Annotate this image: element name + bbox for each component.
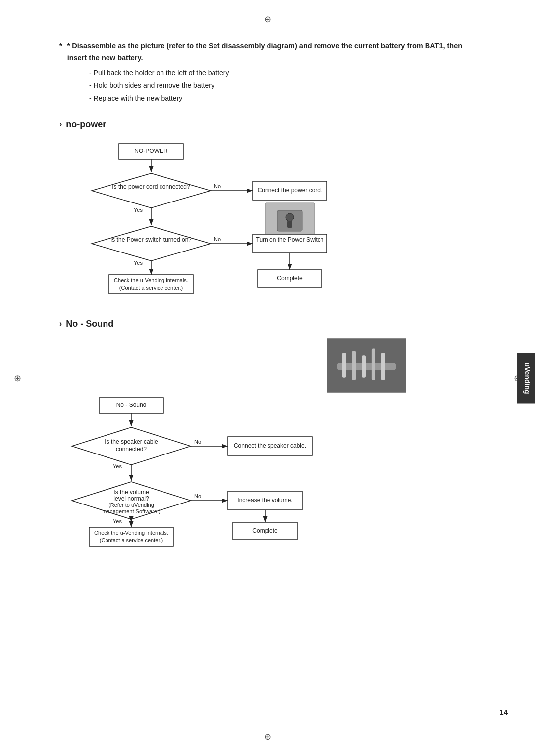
node-q1-line1: Is the power cord connected? (112, 183, 190, 190)
flowchart-no-power: NO-POWER Is the power cord connected? No… (59, 139, 406, 299)
trim-bl-h (0, 726, 20, 726)
flowchart-no-sound: No - Sound Is the speaker cable connecte… (59, 338, 406, 536)
node-sq1-line1: Is the speaker cable (105, 438, 158, 445)
reg-mark-top: ⊕ (264, 14, 271, 25)
language-label: English (508, 367, 515, 389)
intro-sub-bullets: - Pull back the holder on the left of th… (89, 67, 466, 104)
trim-tl-v (30, 0, 30, 20)
svg-text:No: No (194, 439, 201, 445)
svg-rect-9 (287, 221, 292, 228)
svg-marker-12 (92, 226, 211, 261)
svg-text:Yes: Yes (113, 463, 122, 469)
node-scheck-line1: Check the u-Vending internals. (94, 530, 168, 536)
svg-text:No: No (214, 183, 221, 189)
intro-main-text: * * Disassemble as the picture (refer to… (59, 40, 466, 64)
sub-bullet-1: - Pull back the holder on the left of th… (89, 67, 466, 79)
page-number: 14 (499, 708, 508, 716)
node-sq2-line3: (Refer to uVending (108, 502, 154, 508)
node-sact2-label: Increase the volume. (237, 497, 292, 504)
svg-marker-3 (92, 173, 211, 208)
node-q2-line1: Is the Power switch turned on? (110, 236, 192, 243)
node-no-sound-label: No - Sound (116, 402, 147, 408)
node-complete2-label: Complete (252, 527, 278, 534)
trim-br-h (515, 726, 535, 726)
sub-bullet-2: - Hold both sides and remove the battery (89, 79, 466, 92)
node-check1-line1: Check the u-Vending internals. (114, 277, 188, 283)
svg-rect-22 (337, 363, 396, 370)
svg-text:No: No (214, 236, 221, 242)
node-act2-line1: Turn on the Power Switch (256, 236, 324, 243)
node-scheck-line2: (Contact a service center.) (100, 537, 163, 543)
trim-tr-h (515, 30, 535, 30)
node-complete1-label: Complete (277, 275, 303, 282)
svg-text:Yes: Yes (134, 260, 143, 266)
node-act1-label: Connect the power cord. (258, 187, 322, 194)
side-tab: uVending English (517, 353, 535, 403)
svg-point-8 (286, 213, 294, 221)
flowchart-no-sound-svg: No - Sound Is the speaker cable connecte… (59, 338, 322, 536)
svg-rect-25 (362, 355, 366, 377)
reg-mark-left: ⊕ (14, 373, 21, 384)
svg-text:Yes: Yes (134, 207, 143, 213)
node-sact1-label: Connect the speaker cable. (234, 442, 306, 449)
trim-br-v (505, 736, 505, 756)
page-content: * * Disassemble as the picture (refer to… (40, 30, 476, 566)
page-container: ⊕ ⊕ ⊕ ⊕ uVending English 14 * * Disassem… (0, 0, 535, 756)
node-no-power-label: NO-POWER (134, 148, 168, 154)
sub-bullet-3: - Replace with the new battery (89, 92, 466, 104)
node-sq2-line4: management Software.) (102, 508, 160, 514)
node-sq2-line1: Is the volume (113, 489, 149, 496)
section-heading-no-sound: › No - Sound (59, 319, 466, 329)
node-sq1-line2: connected? (116, 446, 147, 453)
section-heading-no-power: › no-power (59, 119, 466, 130)
trim-bl-v (30, 736, 30, 756)
section-title-no-sound: No - Sound (66, 319, 113, 329)
node-check1-line2: (Contact a service center.) (119, 285, 183, 291)
trim-tl-h (0, 30, 20, 30)
reg-mark-bottom: ⊕ (264, 731, 271, 742)
section-title-no-power: no-power (66, 119, 106, 130)
svg-rect-23 (342, 353, 346, 377)
trim-tr-v (505, 0, 505, 20)
speaker-image-svg (327, 338, 406, 393)
chevron-icon-no-sound: › (59, 319, 62, 328)
node-sq2-line2: level normal? (113, 495, 149, 502)
svg-rect-27 (381, 353, 385, 380)
brand-label: uVending (523, 362, 531, 394)
svg-rect-26 (372, 348, 375, 380)
chevron-icon-no-power: › (59, 120, 62, 129)
svg-text:Yes: Yes (113, 518, 122, 524)
intro-block: * * Disassemble as the picture (refer to… (59, 40, 466, 104)
svg-rect-24 (352, 351, 356, 380)
speaker-cable-image (327, 338, 406, 393)
flowchart-no-power-svg: NO-POWER Is the power cord connected? No… (59, 139, 406, 297)
svg-text:No: No (194, 493, 201, 499)
